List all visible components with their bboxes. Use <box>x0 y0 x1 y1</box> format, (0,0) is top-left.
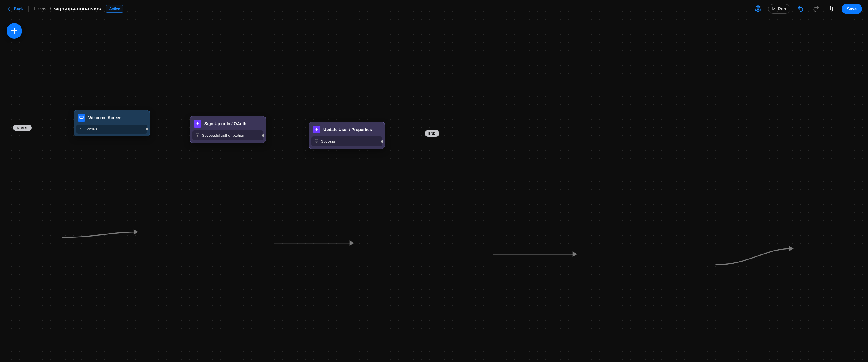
end-label: END <box>428 132 436 135</box>
row-label: Socials <box>85 127 97 131</box>
swap-vertical-icon <box>829 6 834 12</box>
output-port[interactable] <box>262 134 265 137</box>
svg-rect-4 <box>80 116 83 119</box>
breadcrumb-root[interactable]: Flows <box>33 6 46 12</box>
svg-point-5 <box>196 133 199 137</box>
run-button[interactable]: Run <box>768 4 790 14</box>
edge-layer <box>0 0 868 362</box>
run-label: Run <box>778 6 786 11</box>
redo-button[interactable] <box>811 4 821 14</box>
node-output-success-auth[interactable]: Successful authentication <box>192 130 263 140</box>
arrow-left-icon <box>6 6 11 11</box>
svg-point-6 <box>315 139 318 143</box>
back-button[interactable]: Back <box>6 6 24 11</box>
undo-icon <box>797 5 804 13</box>
gear-icon <box>755 5 761 13</box>
node-title: Sign Up or In / OAuth <box>204 121 247 126</box>
node-title: Update User / Properties <box>323 127 372 132</box>
breadcrumb-current: sign-up-anon-users <box>54 6 101 12</box>
end-node[interactable]: END <box>425 130 439 137</box>
undo-button[interactable] <box>795 4 806 14</box>
flow-canvas[interactable]: START END Welcome Screen Socials Sign Up… <box>0 0 868 362</box>
svg-marker-3 <box>789 246 793 252</box>
breadcrumb-separator: / <box>50 6 51 12</box>
settings-button[interactable] <box>752 4 763 14</box>
svg-marker-0 <box>133 229 138 235</box>
check-circle-icon <box>195 133 199 138</box>
svg-marker-2 <box>572 252 577 257</box>
node-output-success[interactable]: Success <box>311 136 382 146</box>
start-node[interactable]: START <box>13 125 32 131</box>
chevron-down-icon <box>80 127 83 131</box>
play-icon <box>771 6 775 11</box>
toolbar: Back Flows / sign-up-anon-users Active R… <box>0 0 868 18</box>
plus-icon <box>10 27 18 35</box>
start-label: START <box>17 126 28 130</box>
redo-icon <box>813 5 819 13</box>
output-port[interactable] <box>146 128 149 130</box>
node-welcome-screen[interactable]: Welcome Screen Socials <box>74 110 150 136</box>
row-label: Success <box>321 139 335 143</box>
status-badge: Active <box>106 5 123 13</box>
swap-orientation-button[interactable] <box>826 4 837 14</box>
save-label: Save <box>847 6 857 11</box>
lightning-icon <box>313 126 320 133</box>
node-title: Welcome Screen <box>88 115 122 120</box>
output-port[interactable] <box>381 140 383 143</box>
node-output-socials[interactable]: Socials <box>76 125 147 134</box>
back-label: Back <box>14 6 24 11</box>
node-update-user[interactable]: Update User / Properties Success <box>309 122 385 149</box>
status-text: Active <box>109 7 120 11</box>
check-circle-icon <box>314 139 318 144</box>
svg-marker-1 <box>349 240 354 246</box>
node-signup-oauth[interactable]: Sign Up or In / OAuth Successful authent… <box>190 116 266 143</box>
save-button[interactable]: Save <box>841 4 862 14</box>
divider <box>28 6 29 12</box>
add-node-button[interactable] <box>6 23 22 39</box>
lightning-icon <box>194 120 202 128</box>
row-label: Successful authentication <box>202 133 244 138</box>
svg-point-7 <box>757 8 759 9</box>
screen-icon <box>78 114 85 122</box>
breadcrumb: Flows / sign-up-anon-users <box>33 6 101 12</box>
